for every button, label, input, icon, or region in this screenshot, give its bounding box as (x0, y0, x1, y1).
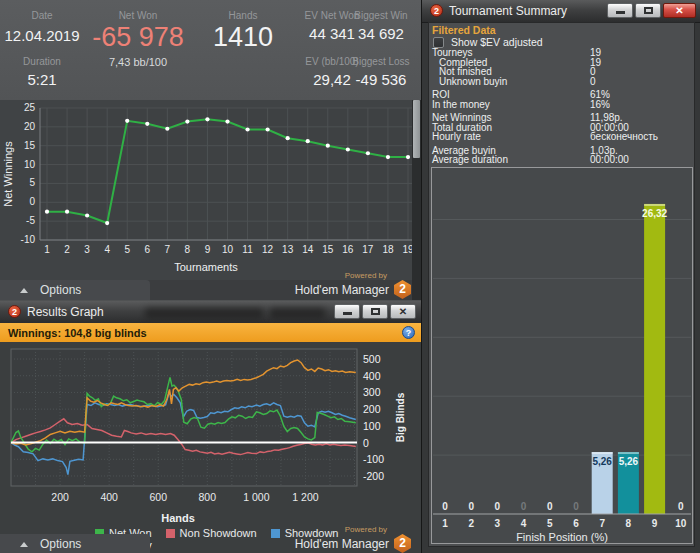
close-button[interactable]: ✕ (663, 3, 696, 18)
stat-date: Date 12.04.2019 (0, 10, 84, 44)
legend-swatch-icon (271, 529, 280, 538)
summary-window-title: Tournament Summary (449, 0, 567, 22)
summary-row-value: бесконечность (590, 132, 658, 142)
stat-net-won-label: Net Won (92, 10, 184, 21)
holdem-manager-logo-icon: 2 (394, 534, 411, 553)
maximize-icon (371, 308, 380, 315)
svg-text:0: 0 (547, 501, 553, 512)
svg-text:4: 4 (104, 244, 110, 255)
brand-name: Hold'em Manager (295, 283, 389, 297)
close-button[interactable]: ✕ (390, 304, 416, 319)
svg-text:0: 0 (468, 501, 474, 512)
svg-text:100: 100 (363, 420, 381, 432)
session-stats-panel: Date 12.04.2019 Net Won -65 978 7,43 bb/… (0, 0, 421, 101)
svg-text:4: 4 (521, 518, 527, 529)
stat-duration-label: Duration (0, 56, 84, 67)
stat-biggest-loss-value: -49 536 (344, 71, 418, 88)
options-button-top[interactable]: Options (0, 280, 150, 300)
stat-hands-label: Hands (196, 10, 290, 21)
winnings-value: 104,8 big blinds (64, 327, 147, 339)
svg-text:0: 0 (678, 501, 684, 512)
svg-text:6: 6 (144, 244, 150, 255)
summary-row: Average duration00:00:00 (432, 155, 672, 165)
stat-hands: Hands 1410 (196, 10, 290, 53)
svg-text:Big Blinds: Big Blinds (395, 392, 406, 442)
options-button-label: Options (40, 283, 81, 297)
powered-by-brand-top: Powered by Hold'em Manager 2 (295, 271, 411, 299)
svg-text:200: 200 (51, 491, 69, 503)
svg-text:3: 3 (84, 244, 90, 255)
chevron-up-icon (20, 288, 28, 293)
svg-text:10: 10 (24, 159, 36, 170)
summary-row-value: 00:00:00 (590, 155, 629, 165)
filtered-data-heading: Filtered Data (432, 24, 496, 36)
svg-text:Net Winnings: Net Winnings (2, 141, 14, 207)
stat-hands-value: 1410 (196, 22, 290, 53)
svg-text:15: 15 (322, 244, 334, 255)
svg-text:8: 8 (626, 518, 632, 529)
help-icon[interactable]: ? (402, 326, 415, 339)
summary-row-label: Hourly rate (432, 132, 481, 142)
tournament-summary-window: 2 Tournament Summary ✕ Filtered Data Sho… (421, 0, 700, 553)
svg-text:1 000: 1 000 (243, 491, 269, 503)
svg-text:0: 0 (442, 501, 448, 512)
maximize-button[interactable] (635, 3, 661, 18)
close-icon: ✕ (664, 4, 695, 18)
svg-text:20: 20 (24, 121, 36, 132)
legend-swatch-icon (166, 529, 175, 538)
legend-item-non-showdown: Non Showdown (166, 527, 257, 539)
vertical-scrollbar[interactable] (412, 100, 421, 300)
svg-text:17: 17 (362, 244, 374, 255)
summary-stats-list: Tourneys19Completed19Not finished0Unknow… (432, 48, 672, 165)
svg-text:0: 0 (495, 501, 501, 512)
sev-adjusted-checkbox[interactable] (433, 37, 444, 48)
results-graph-window: 2 Results Graph ✕ Winnings: 104,8 big bl… (0, 300, 421, 553)
svg-text:26,32: 26,32 (642, 208, 667, 219)
minimize-icon (343, 312, 352, 315)
svg-text:12: 12 (262, 244, 274, 255)
svg-text:16: 16 (342, 244, 354, 255)
summary-window-titlebar[interactable]: 2 Tournament Summary ✕ (422, 0, 700, 23)
summary-row-label: Unknown buyin (439, 77, 507, 87)
svg-text:13: 13 (282, 244, 294, 255)
svg-text:25: 25 (24, 102, 36, 113)
hm2-logo-icon: 2 (430, 4, 443, 17)
scrollbar-thumb[interactable] (413, 100, 420, 158)
summary-content: Filtered Data Show $EV adjusted Tourneys… (428, 22, 695, 547)
svg-text:400: 400 (363, 370, 381, 382)
stat-biggest-win: Biggest Win 34 692 (344, 10, 418, 42)
summary-row-value: 0 (590, 77, 596, 87)
svg-text:0: 0 (363, 437, 369, 449)
svg-text:5,26: 5,26 (592, 456, 612, 467)
stat-biggest-loss: Biggest Loss -49 536 (344, 56, 418, 88)
svg-text:-10: -10 (21, 234, 36, 245)
stat-biggest-win-value: 34 692 (344, 25, 418, 42)
maximize-icon (644, 7, 653, 14)
options-button-bottom[interactable]: Options (0, 534, 150, 553)
svg-text:-200: -200 (363, 470, 384, 482)
chevron-up-icon (20, 542, 28, 547)
close-icon: ✕ (391, 305, 415, 319)
redacted-text-blur (145, 308, 263, 319)
svg-text:1 200: 1 200 (292, 491, 318, 503)
winnings-banner: Winnings: 104,8 big blinds ? (0, 323, 421, 342)
minimize-button[interactable] (607, 3, 633, 18)
svg-text:9: 9 (652, 518, 658, 529)
stat-net-won: Net Won -65 978 7,43 bb/100 (92, 10, 184, 68)
app-root: Date 12.04.2019 Net Won -65 978 7,43 bb/… (0, 0, 700, 553)
svg-text:8: 8 (185, 244, 191, 255)
results-window-titlebar[interactable]: 2 Results Graph ✕ (0, 301, 421, 324)
svg-text:1: 1 (442, 518, 448, 529)
finish-position-chart: 0000005,265,2626,32012345678910Finish Po… (432, 168, 692, 543)
svg-text:11: 11 (242, 244, 253, 255)
maximize-button[interactable] (362, 304, 388, 319)
svg-text:5: 5 (124, 244, 130, 255)
minimize-button[interactable] (334, 304, 360, 319)
svg-text:0: 0 (29, 196, 35, 207)
legend-label: Non Showdown (180, 527, 257, 539)
powered-by-text: Powered by (295, 271, 387, 280)
stat-net-won-value: -65 978 (92, 22, 184, 53)
powered-by-text: Powered by (295, 525, 387, 534)
svg-text:2: 2 (468, 518, 474, 529)
svg-text:Finish Position (%): Finish Position (%) (516, 531, 608, 543)
